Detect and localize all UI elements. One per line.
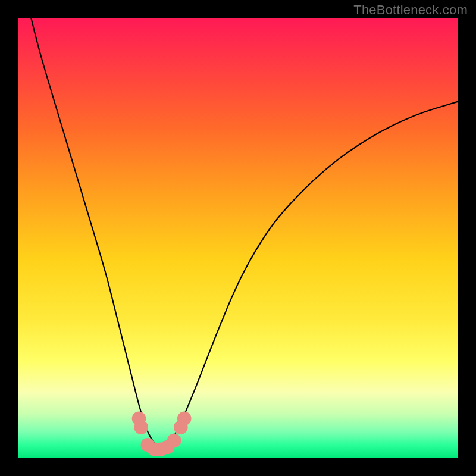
plot-area (18, 18, 458, 458)
bottleneck-curve (31, 18, 458, 449)
curve-markers (132, 412, 192, 456)
curve-marker (177, 412, 192, 426)
curve-marker (167, 434, 181, 448)
chart-frame: TheBottleneck.com (0, 0, 476, 476)
curve-svg (18, 18, 458, 458)
curve-marker (134, 420, 148, 434)
watermark-text: TheBottleneck.com (353, 2, 468, 18)
